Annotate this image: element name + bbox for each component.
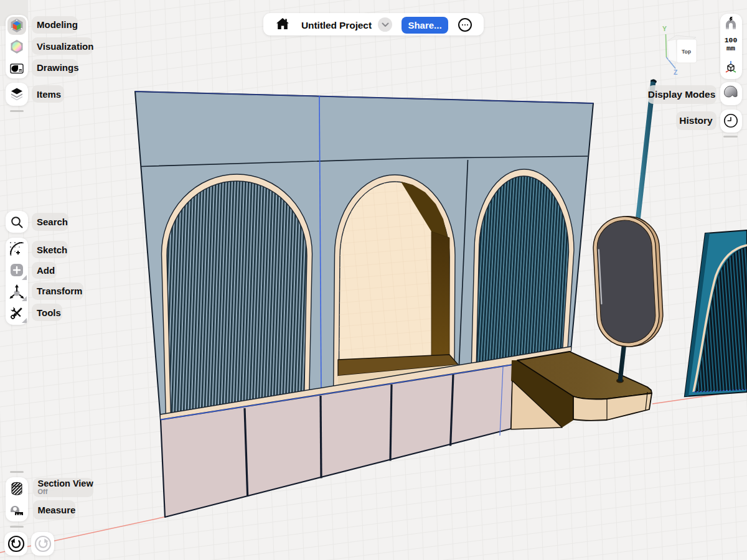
svg-text:Y: Y [662, 25, 667, 32]
svg-text:Top: Top [682, 48, 692, 55]
svg-text:Z: Z [674, 68, 678, 76]
